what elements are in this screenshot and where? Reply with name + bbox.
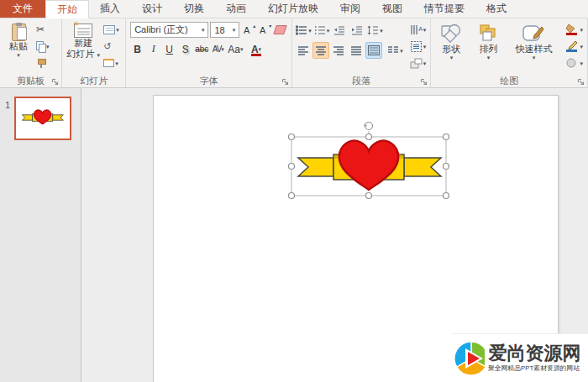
shrink-font-button[interactable]: A▾ — [257, 22, 271, 38]
slides-group-label: 幻灯片 — [80, 75, 108, 87]
slide-thumbnail-1[interactable] — [14, 97, 71, 140]
bold-button[interactable]: B — [130, 41, 144, 57]
strikethrough-button[interactable]: abc — [194, 41, 209, 57]
resize-handle-se[interactable] — [444, 193, 449, 199]
underline-button[interactable]: U — [162, 41, 176, 57]
format-painter-icon — [36, 58, 46, 68]
format-painter-button[interactable] — [34, 55, 51, 71]
align-center-icon — [315, 45, 327, 55]
drawing-dialog-launcher[interactable] — [577, 77, 585, 86]
decrease-indent-icon — [333, 25, 345, 35]
font-size-value: 18 — [214, 25, 224, 35]
tab-animations[interactable]: 动画 — [215, 0, 257, 18]
dialog-launcher-icon — [281, 78, 290, 86]
numbering-button[interactable]: ▾ — [313, 22, 331, 39]
dialog-launcher-icon — [420, 78, 428, 86]
align-right-button[interactable] — [330, 42, 347, 59]
clear-formatting-button[interactable] — [273, 22, 287, 38]
tab-transitions[interactable]: 切换 — [173, 0, 215, 18]
align-text-icon — [410, 41, 423, 52]
new-slide-icon — [74, 24, 92, 38]
watermark: 爱尚资源网 聚全网精品PPT素材资源的网站 — [451, 333, 588, 382]
font-name-combo[interactable]: Calibri (正文) ▾ — [130, 22, 208, 38]
text-shadow-button[interactable]: S — [178, 41, 192, 57]
bullets-button[interactable]: ▾ — [295, 22, 312, 39]
shapes-button[interactable]: 形状 ▾ — [433, 22, 469, 74]
group-slides: 新建 幻灯片 ▾ ▾ ↺ ▾ 幻灯片 — [62, 18, 126, 87]
tab-review[interactable]: 审阅 — [329, 0, 371, 18]
align-left-button[interactable] — [295, 42, 312, 59]
copy-icon — [36, 41, 45, 51]
slide-number: 1 — [5, 100, 10, 110]
resize-handle-s[interactable] — [366, 193, 372, 199]
line-spacing-button[interactable]: ▾ — [366, 22, 384, 39]
resize-handle-n[interactable] — [366, 134, 372, 140]
quick-styles-button[interactable]: 快速样式 ▾ — [507, 22, 559, 74]
text-direction-button[interactable]: A ▾ — [408, 22, 428, 37]
font-size-caret-icon: ▾ — [230, 27, 236, 33]
font-color-swatch — [251, 54, 261, 56]
paste-icon — [12, 24, 26, 41]
font-dialog-launcher[interactable] — [281, 77, 290, 86]
change-case-button[interactable]: Aa▾ — [227, 41, 244, 57]
character-spacing-button[interactable]: AV▾ — [211, 41, 225, 57]
shape-fill-button[interactable]: ▾ — [564, 22, 585, 37]
resize-handle-e[interactable] — [444, 164, 449, 170]
resize-handle-ne[interactable] — [444, 134, 449, 140]
convert-to-smartart-button[interactable]: ▾ — [408, 55, 428, 71]
copy-button[interactable]: ▾ — [34, 39, 51, 54]
paste-button[interactable]: 粘贴 ▾ — [3, 22, 34, 74]
align-text-button[interactable]: ▾ — [408, 39, 428, 54]
ribbon-tab-bar: 文件 开始 插入 设计 切换 动画 幻灯片放映 审阅 视图 情节提要 格式 — [0, 0, 588, 18]
layout-icon — [103, 25, 115, 34]
decrease-indent-button[interactable] — [331, 22, 348, 39]
distributed-icon — [368, 45, 380, 55]
layout-button[interactable]: ▾ — [102, 22, 121, 37]
tab-file[interactable]: 文件 — [0, 0, 45, 18]
dialog-launcher-icon — [577, 78, 585, 86]
cut-button[interactable]: ✂ — [34, 22, 51, 37]
tab-format[interactable]: 格式 — [475, 0, 517, 18]
section-button[interactable]: ▾ — [102, 55, 121, 71]
group-font: Calibri (正文) ▾ 18 ▾ A▴ A▾ B I U S — [126, 18, 292, 87]
watermark-logo-icon — [453, 340, 485, 377]
shape-effects-button[interactable]: ▾ — [564, 55, 585, 71]
watermark-subtitle: 聚全网精品PPT素材资源的网站 — [488, 364, 580, 373]
clipboard-dialog-launcher[interactable] — [51, 77, 60, 86]
tab-design[interactable]: 设计 — [131, 0, 173, 18]
arrange-icon — [477, 24, 499, 44]
grow-font-button[interactable]: A▴ — [241, 22, 255, 38]
font-group-label: 字体 — [200, 75, 218, 87]
tab-storyboarding[interactable]: 情节提要 — [413, 0, 475, 18]
increase-indent-button[interactable] — [349, 22, 365, 39]
group-clipboard: 粘贴 ▾ ✂ ▾ 剪贴板 — [0, 18, 62, 87]
italic-button[interactable]: I — [146, 41, 160, 57]
new-slide-button[interactable]: 新建 幻灯片 ▾ — [65, 22, 102, 74]
quick-styles-icon — [521, 24, 546, 44]
font-size-combo[interactable]: 18 ▾ — [210, 22, 239, 38]
heart-shape[interactable] — [339, 141, 398, 190]
increase-indent-icon — [351, 25, 363, 35]
paste-caret-icon: ▾ — [17, 52, 20, 58]
tab-home[interactable]: 开始 — [45, 0, 89, 18]
clipboard-group-label: 剪贴板 — [17, 75, 45, 87]
resize-handle-nw[interactable] — [289, 134, 295, 140]
font-color-button[interactable]: A▾ — [249, 41, 264, 57]
reset-slide-button[interactable]: ↺ — [102, 39, 121, 54]
resize-handle-sw[interactable] — [289, 193, 295, 199]
arrange-button[interactable]: 排列 ▾ — [470, 22, 506, 74]
group-paragraph: ▾ ▾ ▾ — [292, 18, 431, 87]
resize-handle-w[interactable] — [289, 164, 295, 170]
bullets-icon — [296, 25, 307, 35]
tab-insert[interactable]: 插入 — [89, 0, 131, 18]
cut-icon: ✂ — [36, 24, 45, 34]
align-center-button[interactable] — [312, 42, 329, 59]
paragraph-dialog-launcher[interactable] — [420, 77, 428, 86]
justify-button[interactable] — [348, 42, 365, 59]
rotation-handle[interactable] — [365, 123, 373, 130]
tab-view[interactable]: 视图 — [371, 0, 413, 18]
shape-outline-button[interactable]: ▾ — [564, 39, 585, 54]
columns-button[interactable]: ▾ — [386, 42, 404, 59]
tab-slideshow[interactable]: 幻灯片放映 — [257, 0, 329, 18]
distributed-button[interactable] — [365, 42, 382, 59]
